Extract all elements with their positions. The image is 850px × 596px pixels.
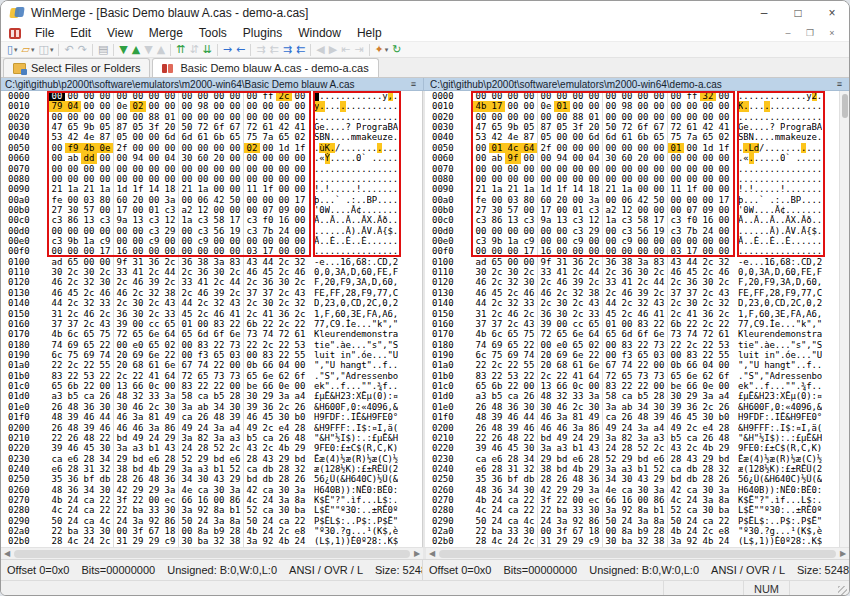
menu-file[interactable]: File <box>27 26 62 40</box>
hex-byte[interactable]: ca <box>505 516 521 526</box>
hex-byte[interactable]: 32 <box>292 298 308 308</box>
hex-byte[interactable]: 46 <box>538 412 554 422</box>
hex-byte[interactable]: 16 <box>195 495 211 505</box>
hex-byte[interactable]: 67 <box>603 360 619 370</box>
hex-byte[interactable]: 2c <box>668 309 684 319</box>
ascii-char[interactable]: è <box>393 526 398 536</box>
ascii-char[interactable]: ° <box>817 412 822 422</box>
hex-byte[interactable]: 22 <box>586 350 602 360</box>
ascii-char[interactable]: . <box>817 246 822 256</box>
hex-byte[interactable]: 02 <box>130 101 146 111</box>
hex-byte[interactable]: 00 <box>227 143 243 153</box>
hex-byte[interactable]: 32 <box>635 536 651 546</box>
hex-byte[interactable]: 55 <box>521 360 537 370</box>
hex-byte[interactable]: 43 <box>260 454 276 464</box>
hex-byte[interactable]: 3a <box>603 433 619 443</box>
hex-byte[interactable]: 2c <box>292 309 308 319</box>
hex-byte[interactable]: ca <box>195 391 211 401</box>
hex-byte[interactable]: 00 <box>146 195 162 205</box>
hex-byte[interactable]: e6 <box>227 454 243 464</box>
hex-byte[interactable]: 33 <box>521 298 537 308</box>
hex-byte[interactable]: 2c <box>65 298 81 308</box>
hex-byte[interactable]: 00 <box>276 246 292 256</box>
ascii-char[interactable]: " <box>817 319 822 329</box>
hex-byte[interactable]: 46 <box>521 423 537 433</box>
first-file-button[interactable]: ⇤ <box>339 42 352 57</box>
hex-byte[interactable]: a3 <box>195 464 211 474</box>
hex-byte[interactable]: 65 <box>505 340 521 350</box>
hex-byte[interactable]: fe <box>473 195 489 205</box>
hex-byte[interactable]: 29 <box>570 485 586 495</box>
hex-byte[interactable]: 83 <box>635 319 651 329</box>
hex-byte[interactable]: 48 <box>538 391 554 401</box>
hex-byte[interactable]: c3 <box>195 215 211 225</box>
hex-byte[interactable]: 3a <box>635 433 651 443</box>
hex-byte[interactable]: 00 <box>130 91 146 101</box>
hex-byte[interactable]: 4c <box>473 505 489 515</box>
hex-byte[interactable]: 18 <box>162 184 178 194</box>
hex-byte[interactable]: dd <box>81 153 97 163</box>
hex-byte[interactable]: 4c <box>65 536 81 546</box>
hex-byte[interactable]: 2c <box>651 267 667 277</box>
hex-byte[interactable]: 30 <box>97 443 113 453</box>
hex-byte[interactable]: 50 <box>49 516 65 526</box>
ascii-char[interactable]: U <box>817 350 822 360</box>
hex-byte[interactable]: 00 <box>554 236 570 246</box>
hex-byte[interactable]: 32 <box>716 298 732 308</box>
hex-byte[interactable]: 00 <box>619 319 635 329</box>
hex-byte[interactable]: e6 <box>473 464 489 474</box>
hex-byte[interactable]: 69 <box>505 350 521 360</box>
hex-byte[interactable]: 65 <box>162 319 178 329</box>
hex-byte[interactable]: 43 <box>668 443 684 453</box>
hex-byte[interactable]: 36 <box>603 257 619 267</box>
hex-byte[interactable]: 61 <box>146 360 162 370</box>
hex-byte[interactable]: 22 <box>211 381 227 391</box>
hex-byte[interactable]: 00 <box>211 112 227 122</box>
hex-byte[interactable]: 65 <box>554 329 570 339</box>
hex-byte[interactable]: a3 <box>473 391 489 401</box>
hex-byte[interactable]: 29 <box>130 536 146 546</box>
hex-byte[interactable]: c9 <box>97 236 113 246</box>
hex-byte[interactable]: e8 <box>716 526 732 536</box>
hex-byte[interactable]: c9 <box>521 236 537 246</box>
hex-byte[interactable]: 00 <box>276 101 292 111</box>
hex-byte[interactable]: 60 <box>538 195 554 205</box>
ascii-char[interactable]: , <box>817 309 822 319</box>
hex-byte[interactable]: 26 <box>554 474 570 484</box>
hex-byte[interactable]: 00 <box>227 381 243 391</box>
hex-byte[interactable]: 46 <box>81 309 97 319</box>
hex-byte[interactable]: 52 <box>227 464 243 474</box>
hex-byte[interactable]: 37 <box>684 288 700 298</box>
hex-byte[interactable]: 00 <box>619 112 635 122</box>
hex-byte[interactable]: 2c <box>227 443 243 453</box>
hex-byte[interactable]: 22 <box>114 505 130 515</box>
hex-byte[interactable]: 26 <box>473 423 489 433</box>
hex-byte[interactable]: b5 <box>211 391 227 401</box>
hex-byte[interactable]: 8a <box>619 526 635 536</box>
hex-byte[interactable]: 3a <box>651 485 667 495</box>
hex-byte[interactable]: 75 <box>521 329 537 339</box>
copy-right-button[interactable]: → <box>221 42 234 57</box>
hex-byte[interactable]: 00 <box>162 101 178 111</box>
hex-byte[interactable]: 00 <box>292 174 308 184</box>
hex-byte[interactable]: 2c <box>651 288 667 298</box>
hex-byte[interactable]: 44 <box>227 277 243 287</box>
hex-byte[interactable]: 3a <box>292 485 308 495</box>
hex-byte[interactable]: 00 <box>570 174 586 184</box>
hex-byte[interactable]: 2c <box>130 288 146 298</box>
hex-byte[interactable]: 92 <box>619 505 635 515</box>
hex-byte[interactable]: 36 <box>65 474 81 484</box>
hex-byte[interactable]: 00 <box>244 350 260 360</box>
hex-byte[interactable]: 00 <box>179 340 195 350</box>
hex-byte[interactable]: 79 <box>49 101 65 111</box>
hex-byte[interactable]: 16 <box>619 495 635 505</box>
hex-byte[interactable]: 03 <box>505 195 521 205</box>
hex-byte[interactable]: 3a <box>700 391 716 401</box>
hex-byte[interactable]: 00 <box>211 246 227 256</box>
hex-byte[interactable]: 8a <box>292 495 308 505</box>
hex-byte[interactable]: 01 <box>554 101 570 111</box>
hex-byte[interactable]: 4b <box>49 329 65 339</box>
hex-byte[interactable]: a3 <box>554 443 570 453</box>
right-pane-header[interactable]: C:\git\github\p2000t\software\emulators\… <box>426 78 849 90</box>
hex-byte[interactable]: 50 <box>603 122 619 132</box>
